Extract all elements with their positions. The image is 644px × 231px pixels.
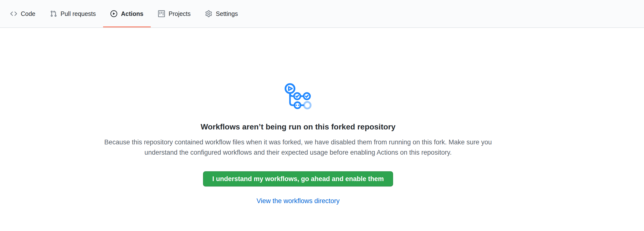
- git-pull-request-icon: [50, 10, 57, 17]
- tab-code[interactable]: Code: [3, 0, 43, 28]
- repo-tab-bar: Code Pull requests Actions Projects: [0, 0, 644, 28]
- tab-settings-label: Settings: [216, 11, 238, 17]
- enable-workflows-button[interactable]: I understand my workflows, go ahead and …: [203, 171, 393, 186]
- play-icon: [110, 10, 117, 17]
- tab-actions[interactable]: Actions: [103, 0, 151, 28]
- tab-actions-label: Actions: [121, 11, 144, 17]
- blankslate-description: Because this repository contained workfl…: [95, 137, 501, 158]
- view-workflows-directory-link[interactable]: View the workflows directory: [256, 197, 340, 204]
- blankslate-heading: Workflows aren’t being run on this forke…: [0, 122, 596, 132]
- project-icon: [158, 10, 165, 17]
- workflow-graph-icon: [284, 83, 312, 110]
- tab-settings[interactable]: Settings: [198, 0, 245, 28]
- gear-icon: [205, 10, 212, 17]
- tab-pull-requests[interactable]: Pull requests: [43, 0, 103, 28]
- tab-code-label: Code: [21, 11, 36, 17]
- tab-pull-requests-label: Pull requests: [60, 11, 96, 17]
- code-icon: [10, 10, 17, 17]
- tab-projects[interactable]: Projects: [151, 0, 198, 28]
- actions-blankslate: Workflows aren’t being run on this forke…: [0, 28, 596, 205]
- tab-projects-label: Projects: [168, 11, 190, 17]
